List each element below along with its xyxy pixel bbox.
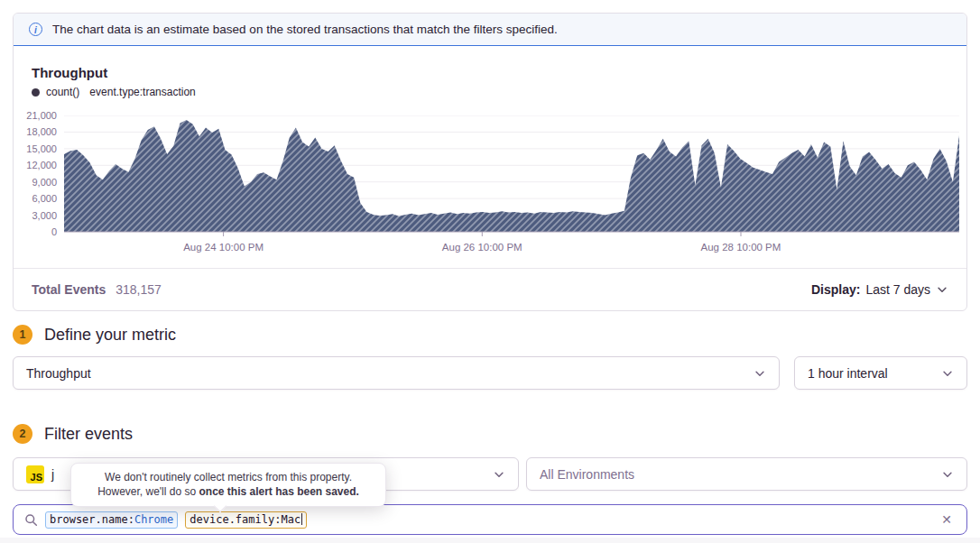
section-title-define-metric: Define your metric — [44, 326, 176, 345]
y-tick-label: 21,000 — [14, 110, 57, 121]
y-tick-label: 12,000 — [14, 160, 57, 170]
throughput-area-chart — [64, 115, 959, 236]
total-events: Total Events 318,157 — [32, 282, 162, 297]
section-filter-events: 2 Filter events — [13, 424, 133, 444]
tooltip-line-2: However, we'll do so once this alert has… — [82, 485, 374, 500]
environment-select[interactable]: All Environments — [526, 457, 967, 491]
display-value: Last 7 days — [865, 282, 930, 297]
page-bottom-strip — [0, 538, 980, 543]
chevron-down-icon — [941, 468, 954, 481]
y-tick-label: 0 — [14, 226, 57, 237]
chevron-down-icon — [941, 367, 954, 380]
chart-legend-item[interactable]: count() event.type:transaction — [32, 86, 196, 98]
filter-search-input[interactable]: browser.name:Chrome device.family:Mac ✕ — [13, 504, 967, 535]
chart-footer: Total Events 318,157 Display: Last 7 day… — [14, 268, 966, 310]
display-label: Display: — [811, 282, 860, 297]
interval-select[interactable]: 1 hour interval — [794, 356, 967, 390]
x-tick-label: Aug 26 10:00 PM — [442, 242, 522, 253]
metric-select[interactable]: Throughput — [13, 356, 780, 390]
tooltip-line-1: We don't routinely collect metrics from … — [82, 471, 374, 485]
legend-series-label: count() — [46, 86, 79, 98]
metric-row: Throughput 1 hour interval — [13, 356, 967, 390]
metric-select-value: Throughput — [26, 366, 91, 381]
legend-dot-icon — [32, 88, 40, 97]
total-events-label: Total Events — [32, 282, 106, 297]
step-1-badge: 1 — [13, 325, 32, 345]
chart-plot-area — [64, 115, 959, 237]
text-cursor — [301, 513, 302, 525]
info-banner: i The chart data is an estimate based on… — [14, 14, 966, 46]
javascript-platform-icon: JS — [26, 465, 44, 483]
environment-select-value: All Environments — [540, 467, 634, 482]
info-banner-text: The chart data is an estimate based on t… — [52, 23, 558, 36]
project-select-value: j — [51, 467, 54, 482]
info-icon: i — [29, 23, 42, 36]
x-tick-label: Aug 28 10:00 PM — [701, 242, 781, 253]
chevron-down-icon — [753, 367, 766, 380]
search-token-device-family[interactable]: device.family:Mac — [185, 511, 307, 529]
chart-panel: i The chart data is an estimate based on… — [13, 13, 967, 311]
step-2-badge: 2 — [13, 424, 32, 444]
legend-filter-label: event.type:transaction — [89, 86, 195, 98]
y-tick-label: 9,000 — [14, 177, 57, 188]
chart-y-axis-labels: 21,00018,00015,00012,0009,0006,0003,0000 — [14, 115, 57, 232]
total-events-value: 318,157 — [116, 282, 162, 297]
search-token-browser-name[interactable]: browser.name:Chrome — [45, 511, 178, 529]
x-tick-label: Aug 24 10:00 PM — [183, 242, 263, 253]
chart-x-axis-labels: Aug 24 10:00 PMAug 26 10:00 PMAug 28 10:… — [64, 242, 959, 256]
clear-search-icon[interactable]: ✕ — [938, 511, 956, 529]
chart-title: Throughput — [32, 65, 107, 80]
section-define-metric: 1 Define your metric — [13, 325, 176, 345]
display-period-selector[interactable]: Display: Last 7 days — [811, 282, 948, 297]
y-tick-label: 15,000 — [14, 143, 57, 154]
metrics-property-tooltip: We don't routinely collect metrics from … — [70, 463, 386, 507]
section-title-filter-events: Filter events — [44, 425, 133, 444]
y-tick-label: 3,000 — [14, 210, 57, 221]
interval-select-value: 1 hour interval — [808, 366, 888, 381]
chevron-down-icon — [936, 283, 948, 296]
y-tick-label: 6,000 — [14, 193, 57, 204]
y-tick-label: 18,000 — [14, 126, 57, 137]
search-icon — [24, 513, 38, 527]
chevron-down-icon — [493, 468, 505, 481]
